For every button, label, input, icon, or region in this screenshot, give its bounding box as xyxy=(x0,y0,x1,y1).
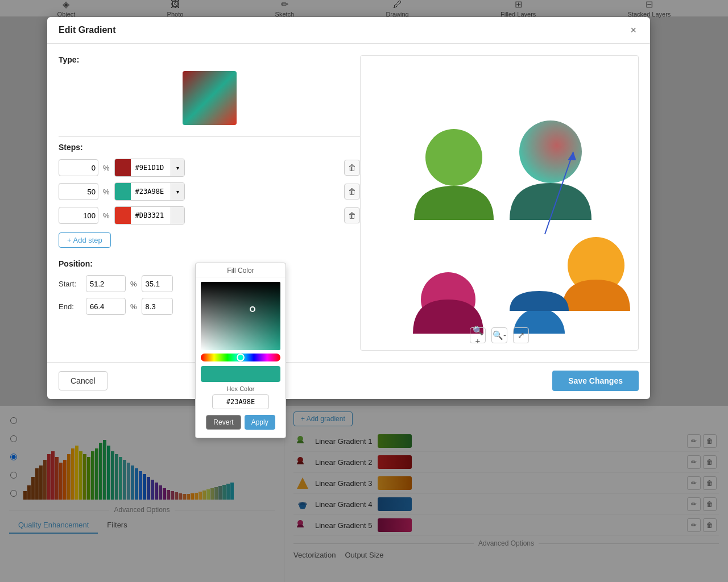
type-label: Type: xyxy=(59,55,360,64)
divider-1 xyxy=(59,136,360,137)
color-picker-popup: Fill Color Hex Color Revert Apply xyxy=(195,263,286,438)
add-step-button[interactable]: + Add step xyxy=(59,232,111,248)
modal-footer: Cancel Save Changes xyxy=(47,362,650,399)
start-x-input[interactable] xyxy=(86,275,126,292)
picker-hex-label: Hex Color xyxy=(196,385,286,392)
end-y-input[interactable] xyxy=(142,298,173,315)
step-1-value[interactable] xyxy=(59,183,98,200)
step-2-delete[interactable]: 🗑 xyxy=(344,207,360,223)
modal-header: Edit Gradient × xyxy=(47,17,650,44)
picker-cursor xyxy=(250,306,255,312)
start-label: Start: xyxy=(59,280,81,288)
step-row-1: % #23A98E ▾ 🗑 xyxy=(59,182,360,201)
step-1-color-btn[interactable]: #23A98E ▾ xyxy=(114,182,185,201)
preview-canvas xyxy=(369,72,630,334)
step-1-swatch xyxy=(115,183,131,200)
step-2-dropdown[interactable] xyxy=(171,207,184,224)
step-1-dropdown[interactable]: ▾ xyxy=(171,183,184,200)
picker-color-preview xyxy=(201,366,280,382)
modal-title: Edit Gradient xyxy=(59,25,115,35)
preview-svg xyxy=(369,72,630,334)
picker-gradient-box[interactable] xyxy=(201,282,280,350)
step-0-delete[interactable]: 🗑 xyxy=(344,160,360,176)
preview-controls: 🔍+ 🔍- ⤢ xyxy=(470,327,529,343)
revert-button[interactable]: Revert xyxy=(206,415,241,430)
step-row-2: % #DB3321 🗑 xyxy=(59,206,360,225)
end-label: End: xyxy=(59,302,81,311)
picker-hex-input[interactable] xyxy=(212,394,269,409)
end-x-input[interactable] xyxy=(86,298,126,315)
step-2-pct: % xyxy=(103,211,110,220)
step-2-swatch xyxy=(115,207,131,224)
step-1-delete[interactable]: 🗑 xyxy=(344,184,360,199)
right-panel: 🔍+ 🔍- ⤢ xyxy=(360,55,639,351)
picker-hue-bar[interactable] xyxy=(201,354,280,361)
step-1-hex: #23A98E xyxy=(131,183,171,200)
steps-label: Steps: xyxy=(59,143,360,152)
cancel-button[interactable]: Cancel xyxy=(59,371,107,390)
zoom-in-button[interactable]: 🔍+ xyxy=(470,327,486,343)
start-y-input[interactable] xyxy=(142,275,173,292)
step-2-color-btn[interactable]: #DB3321 xyxy=(114,206,185,225)
step-2-value[interactable] xyxy=(59,207,98,224)
step-1-pct: % xyxy=(103,188,110,196)
step-0-hex: #9E1D1D xyxy=(131,159,171,176)
save-changes-button[interactable]: Save Changes xyxy=(552,371,639,391)
step-0-dropdown[interactable]: ▾ xyxy=(171,159,184,176)
svg-point-0 xyxy=(425,129,482,186)
step-0-swatch xyxy=(115,159,131,176)
picker-fill-label: Fill Color xyxy=(196,263,286,277)
left-panel: Type: Steps: % #9E1D1D ▾ 🗑 % xyxy=(59,55,360,351)
step-2-hex: #DB3321 xyxy=(131,207,171,224)
start-pct: % xyxy=(130,280,137,288)
modal-body: Type: Steps: % #9E1D1D ▾ 🗑 % xyxy=(47,44,650,362)
step-row-0: % #9E1D1D ▾ 🗑 xyxy=(59,159,360,177)
apply-button[interactable]: Apply xyxy=(245,415,275,430)
gradient-preview xyxy=(183,71,237,125)
step-0-value[interactable] xyxy=(59,159,98,176)
edit-gradient-modal: Edit Gradient × Type: Steps: % #9E1D1D ▾… xyxy=(47,17,650,399)
picker-buttons: Revert Apply xyxy=(196,415,286,430)
fit-view-button[interactable]: ⤢ xyxy=(513,327,529,343)
step-0-color-btn[interactable]: #9E1D1D ▾ xyxy=(114,159,185,177)
modal-close-button[interactable]: × xyxy=(628,25,639,35)
zoom-out-button[interactable]: 🔍- xyxy=(491,327,507,343)
step-0-pct: % xyxy=(103,164,110,172)
hue-cursor xyxy=(237,354,245,361)
end-pct: % xyxy=(130,302,137,311)
svg-point-1 xyxy=(519,120,582,183)
